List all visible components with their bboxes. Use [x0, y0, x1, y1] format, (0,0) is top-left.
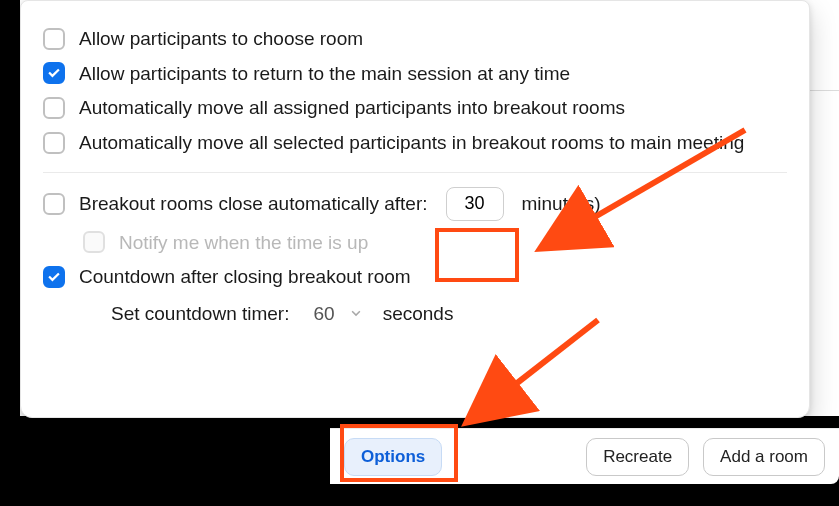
option-label: Automatically move all selected particip… [79, 130, 787, 156]
option-notify-time-up: Notify me when the time is up [43, 230, 787, 256]
breakout-footer-bar: Options Recreate Add a room [330, 428, 839, 484]
recreate-button[interactable]: Recreate [586, 438, 689, 476]
option-countdown-after-close[interactable]: Countdown after closing breakout room [43, 264, 787, 290]
checkbox-auto-move-assigned[interactable] [43, 97, 65, 119]
countdown-timer-row: Set countdown timer: 60 seconds [43, 299, 787, 329]
option-close-auto[interactable]: Breakout rooms close automatically after… [43, 187, 787, 221]
option-label: Countdown after closing breakout room [79, 264, 787, 290]
checkbox-auto-move-selected-to-main[interactable] [43, 132, 65, 154]
checkbox-notify-time-up [83, 231, 105, 253]
checkbox-allow-choose-room[interactable] [43, 28, 65, 50]
option-label: Allow participants to return to the main… [79, 61, 787, 87]
add-room-button[interactable]: Add a room [703, 438, 825, 476]
countdown-timer-value: 60 [313, 301, 334, 327]
option-allow-choose-room[interactable]: Allow participants to choose room [43, 26, 787, 52]
option-label: Allow participants to choose room [79, 26, 787, 52]
countdown-timer-unit: seconds [383, 301, 454, 327]
checkbox-countdown-after-close[interactable] [43, 266, 65, 288]
option-auto-move-assigned[interactable]: Automatically move all assigned particip… [43, 95, 787, 121]
close-auto-label-after: minute(s) [522, 191, 601, 217]
options-button-label: Options [361, 447, 425, 467]
countdown-timer-select[interactable]: 60 [303, 299, 368, 329]
close-auto-minutes-input[interactable] [446, 187, 504, 221]
option-allow-return-main[interactable]: Allow participants to return to the main… [43, 61, 787, 87]
option-label: Automatically move all assigned particip… [79, 95, 787, 121]
checkbox-close-auto[interactable] [43, 193, 65, 215]
recreate-button-label: Recreate [603, 447, 672, 467]
option-auto-move-selected-to-main[interactable]: Automatically move all selected particip… [43, 130, 787, 156]
options-button[interactable]: Options [344, 438, 442, 476]
divider [43, 172, 787, 173]
countdown-timer-label: Set countdown timer: [111, 301, 289, 327]
option-label: Notify me when the time is up [119, 230, 787, 256]
close-auto-label-before: Breakout rooms close automatically after… [79, 191, 428, 217]
checkbox-allow-return-main[interactable] [43, 62, 65, 84]
chevron-down-icon [349, 307, 363, 321]
add-room-button-label: Add a room [720, 447, 808, 467]
breakout-options-popover: Allow participants to choose room Allow … [20, 0, 810, 418]
